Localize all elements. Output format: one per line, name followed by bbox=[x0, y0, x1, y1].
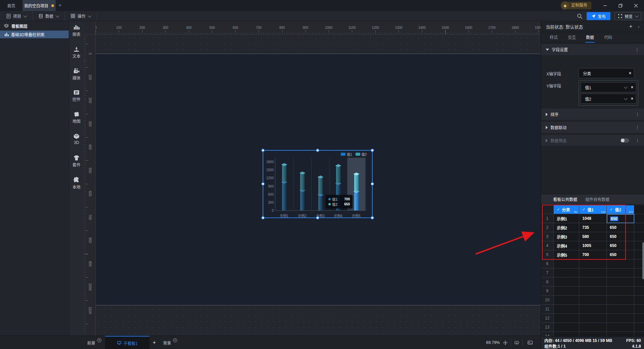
table-cell[interactable] bbox=[607, 287, 634, 296]
resize-handle-sw[interactable] bbox=[261, 216, 265, 219]
x-field-input[interactable]: 分类 × bbox=[579, 68, 634, 78]
table-cell[interactable] bbox=[579, 305, 607, 314]
layer-item-3d-stacked-bar[interactable]: 基础3D堆叠柱状图 bbox=[0, 31, 69, 38]
table-cell[interactable] bbox=[607, 259, 634, 268]
resize-handle-ne[interactable] bbox=[371, 149, 374, 152]
toolbox-item-controls[interactable]: 控件 bbox=[69, 90, 84, 107]
clear-icon[interactable]: × bbox=[631, 96, 633, 101]
tab-interaction[interactable]: 交互 bbox=[568, 34, 576, 43]
y-field-select-2[interactable]: 值2 × bbox=[581, 94, 636, 104]
table-cell[interactable] bbox=[607, 332, 634, 336]
kebab-menu-icon[interactable]: ⋮ bbox=[635, 112, 640, 116]
menu-data[interactable]: 数据 bbox=[33, 11, 65, 21]
table-cell[interactable] bbox=[554, 287, 579, 296]
add-state-button[interactable]: + bbox=[629, 23, 633, 30]
toolbox-item-text[interactable]: 文本 bbox=[69, 46, 84, 63]
background-tab[interactable]: 背景+ bbox=[160, 336, 180, 349]
resize-handle-n[interactable] bbox=[316, 149, 319, 152]
kebab-menu-icon[interactable]: ⋮ bbox=[635, 138, 640, 143]
resize-handle-se[interactable] bbox=[371, 216, 374, 219]
resize-handle-w[interactable] bbox=[261, 182, 265, 186]
clear-icon[interactable]: × bbox=[631, 85, 633, 90]
table-cell[interactable] bbox=[579, 323, 607, 332]
toolbox-item-map[interactable]: 地图 bbox=[69, 111, 84, 129]
table-cell[interactable] bbox=[579, 332, 607, 336]
custom-service-badge[interactable]: ◆ 定制服务 bbox=[561, 1, 591, 10]
resize-handle-nw[interactable] bbox=[261, 149, 265, 152]
table-cell[interactable] bbox=[607, 323, 634, 332]
tab-home[interactable]: 首页 bbox=[0, 0, 22, 11]
tab-project[interactable]: 我的空白项目 bbox=[22, 0, 56, 11]
tab-style[interactable]: 样式 bbox=[550, 34, 558, 43]
table-cell bbox=[634, 232, 644, 241]
table-cell[interactable] bbox=[554, 296, 579, 305]
table-cell[interactable] bbox=[554, 332, 579, 336]
add-page-button[interactable]: + bbox=[150, 336, 159, 349]
search-icon[interactable] bbox=[577, 13, 583, 19]
table-cell[interactable] bbox=[579, 259, 607, 268]
table-cell[interactable] bbox=[607, 296, 634, 305]
y-field-select-1[interactable]: 值1 × bbox=[581, 82, 636, 92]
table-row: 6 bbox=[541, 259, 644, 268]
tab-board-public-data[interactable]: 看板公共数据 bbox=[553, 196, 577, 202]
shortcut-keys-button[interactable] bbox=[515, 339, 523, 346]
toolbox-item-charts[interactable]: 图表 bbox=[69, 24, 84, 42]
table-cell[interactable] bbox=[579, 314, 607, 323]
subboard-tab[interactable]: 子看板1 bbox=[105, 336, 150, 349]
minimize-button[interactable] bbox=[597, 0, 613, 11]
menu-project[interactable]: 项目 bbox=[0, 11, 33, 21]
row-number: 7 bbox=[541, 268, 554, 278]
component-selection-box[interactable] bbox=[263, 150, 373, 218]
table-cell[interactable] bbox=[579, 287, 607, 296]
table-cell[interactable] bbox=[554, 259, 579, 268]
fit-view-button[interactable] bbox=[503, 339, 511, 346]
foreground-tab[interactable]: 前景+ bbox=[84, 336, 105, 349]
vertical-ruler[interactable]: 010020030040050060070080090010001100 bbox=[84, 35, 96, 336]
add-icon[interactable]: + bbox=[173, 338, 177, 342]
section-field-settings[interactable]: 字段设置 ⋮ bbox=[541, 44, 644, 55]
clear-icon[interactable]: × bbox=[629, 71, 631, 76]
menu-operations[interactable]: 操作 bbox=[65, 11, 97, 21]
kebab-menu-icon[interactable]: ⋮ bbox=[635, 125, 640, 130]
table-cell[interactable] bbox=[554, 278, 579, 287]
resize-handle-s[interactable] bbox=[316, 216, 319, 219]
close-button[interactable] bbox=[628, 0, 644, 11]
console-button[interactable] bbox=[526, 339, 534, 346]
toolbox-item-3d[interactable]: 3D bbox=[69, 133, 84, 151]
zoom-level[interactable]: 69.79% bbox=[486, 340, 500, 345]
table-cell[interactable] bbox=[579, 278, 607, 287]
horizontal-ruler[interactable]: 0100200300400500600700800900100011001200… bbox=[84, 21, 541, 35]
toolbox-item-local[interactable]: 本地 bbox=[69, 177, 84, 194]
table-cell[interactable] bbox=[607, 305, 634, 314]
toolbox-item-media[interactable]: 媒体 bbox=[69, 68, 84, 85]
new-tab-button[interactable]: + bbox=[57, 2, 63, 8]
table-cell[interactable] bbox=[579, 296, 607, 305]
table-cell[interactable] bbox=[607, 314, 634, 323]
table-cell[interactable] bbox=[607, 268, 634, 278]
expand-states-button[interactable]: › bbox=[638, 24, 639, 29]
add-icon[interactable]: + bbox=[97, 338, 101, 342]
data-source-tabs: 看板公共数据 组件自有数据 bbox=[541, 194, 644, 204]
section-data-linkage[interactable]: 数据联动 ⋮ bbox=[541, 122, 644, 133]
tab-data[interactable]: 数据 bbox=[586, 34, 594, 43]
table-cell[interactable] bbox=[579, 268, 607, 278]
table-cell[interactable] bbox=[554, 314, 579, 323]
table-cell[interactable] bbox=[554, 323, 579, 332]
table-cell[interactable] bbox=[554, 268, 579, 278]
table-cell bbox=[634, 323, 644, 332]
filter-toggle[interactable] bbox=[621, 138, 629, 143]
tab-code[interactable]: 代码 bbox=[604, 34, 612, 43]
table-vertical-scrollbar[interactable] bbox=[642, 242, 644, 279]
components-value: 1 / 1 bbox=[558, 344, 566, 349]
preview-button[interactable]: 预览 bbox=[614, 12, 641, 20]
table-cell[interactable] bbox=[607, 278, 634, 287]
section-sort[interactable]: 排序 ⋮ bbox=[541, 109, 644, 120]
resize-handle-e[interactable] bbox=[371, 182, 374, 186]
section-data-filter[interactable]: 数据筛选 ⋮ bbox=[541, 135, 644, 146]
maximize-button[interactable] bbox=[613, 0, 628, 11]
publish-button[interactable]: 发布 bbox=[587, 12, 610, 20]
tab-component-own-data[interactable]: 组件自有数据 bbox=[585, 196, 609, 202]
toolbox-item-kits[interactable]: 套件 bbox=[69, 155, 84, 172]
kebab-menu-icon[interactable]: ⋮ bbox=[635, 47, 639, 52]
table-cell[interactable] bbox=[554, 305, 579, 314]
